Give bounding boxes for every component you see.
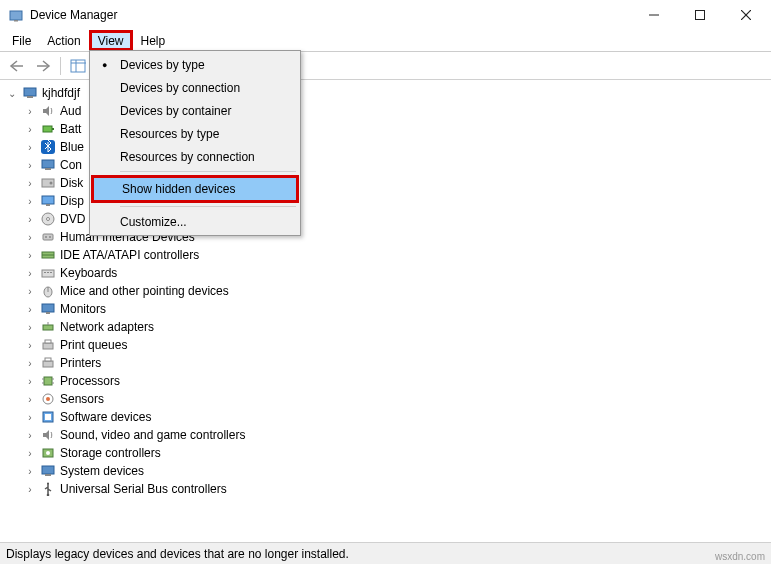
expander-icon[interactable]: › xyxy=(24,124,36,135)
expander-icon[interactable]: › xyxy=(24,484,36,495)
svg-rect-45 xyxy=(44,377,52,385)
menu-devices-by-connection[interactable]: Devices by connection xyxy=(92,76,298,99)
back-button[interactable] xyxy=(6,55,28,77)
toolbar-separator xyxy=(60,57,61,75)
battery-icon xyxy=(40,121,56,137)
show-hide-tree-button[interactable] xyxy=(67,55,89,77)
menu-separator xyxy=(120,171,296,172)
app-icon xyxy=(8,7,24,23)
tree-item[interactable]: ›Mice and other pointing devices xyxy=(6,282,765,300)
menu-resources-by-connection[interactable]: Resources by connection xyxy=(92,145,298,168)
tree-item-label: Network adapters xyxy=(60,320,154,334)
expander-icon[interactable]: › xyxy=(24,142,36,153)
tree-item[interactable]: ›Network adapters xyxy=(6,318,765,336)
ide-icon xyxy=(40,247,56,263)
svg-rect-39 xyxy=(43,325,53,330)
menu-separator xyxy=(120,206,296,207)
expander-icon[interactable]: › xyxy=(24,106,36,117)
printq-icon xyxy=(40,337,56,353)
svg-rect-38 xyxy=(46,312,50,314)
tree-item[interactable]: ›Printers xyxy=(6,354,765,372)
svg-point-25 xyxy=(47,218,50,221)
expander-icon[interactable]: › xyxy=(24,268,36,279)
expander-icon[interactable]: › xyxy=(24,466,36,477)
svg-rect-15 xyxy=(43,126,52,132)
expander-icon[interactable]: › xyxy=(24,358,36,369)
expander-icon[interactable]: › xyxy=(24,232,36,243)
svg-rect-57 xyxy=(45,474,51,476)
svg-point-55 xyxy=(46,451,50,455)
tree-item-label: Aud xyxy=(60,104,81,118)
expander-icon[interactable]: › xyxy=(24,448,36,459)
forward-button[interactable] xyxy=(32,55,54,77)
tree-item[interactable]: ›Universal Serial Bus controllers xyxy=(6,480,765,498)
tree-item-label: Sound, video and game controllers xyxy=(60,428,245,442)
tree-item-label: Mice and other pointing devices xyxy=(60,284,229,298)
tree-item[interactable]: ›Print queues xyxy=(6,336,765,354)
expander-icon[interactable]: › xyxy=(24,322,36,333)
tree-item-label: System devices xyxy=(60,464,144,478)
svg-rect-14 xyxy=(27,96,33,98)
svg-rect-16 xyxy=(52,128,54,130)
expander-icon[interactable]: › xyxy=(24,196,36,207)
tree-item[interactable]: ›Sensors xyxy=(6,390,765,408)
minimize-button[interactable] xyxy=(631,0,677,30)
close-button[interactable] xyxy=(723,0,769,30)
menu-label: Devices by type xyxy=(120,58,205,72)
expander-icon[interactable]: › xyxy=(24,430,36,441)
menu-label: Resources by connection xyxy=(120,150,255,164)
expander-icon[interactable]: › xyxy=(24,178,36,189)
expander-icon[interactable]: › xyxy=(24,304,36,315)
expander-icon[interactable]: › xyxy=(24,214,36,225)
expander-icon[interactable]: › xyxy=(24,286,36,297)
svg-rect-1 xyxy=(14,20,18,22)
tree-item-label: Printers xyxy=(60,356,101,370)
menu-customize[interactable]: Customize... xyxy=(92,210,298,233)
tree-item[interactable]: ›Software devices xyxy=(6,408,765,426)
tree-item-label: Software devices xyxy=(60,410,151,424)
menu-help[interactable]: Help xyxy=(133,30,174,51)
tree-item[interactable]: ›Sound, video and game controllers xyxy=(6,426,765,444)
svg-point-51 xyxy=(46,397,50,401)
tree-item[interactable]: ›IDE ATA/ATAPI controllers xyxy=(6,246,765,264)
tree-item[interactable]: ›Processors xyxy=(6,372,765,390)
keyboard-icon xyxy=(40,265,56,281)
expander-icon[interactable]: › xyxy=(24,376,36,387)
menu-resources-by-type[interactable]: Resources by type xyxy=(92,122,298,145)
expander-icon[interactable]: › xyxy=(24,250,36,261)
menu-action[interactable]: Action xyxy=(39,30,88,51)
svg-rect-8 xyxy=(71,60,85,72)
mouse-icon xyxy=(40,283,56,299)
highlight-annotation: Show hidden devices xyxy=(91,175,299,203)
tree-item[interactable]: ›Monitors xyxy=(6,300,765,318)
expander-icon[interactable]: ⌄ xyxy=(6,88,18,99)
menu-file[interactable]: File xyxy=(4,30,39,51)
svg-rect-43 xyxy=(43,361,53,367)
software-icon xyxy=(40,409,56,425)
svg-rect-42 xyxy=(45,340,51,343)
display-icon xyxy=(40,193,56,209)
menu-label: Resources by type xyxy=(120,127,219,141)
menu-show-hidden-devices[interactable]: Show hidden devices xyxy=(94,178,296,200)
monitor-icon xyxy=(40,301,56,317)
menu-devices-by-type[interactable]: ●Devices by type xyxy=(92,53,298,76)
expander-icon[interactable]: › xyxy=(24,160,36,171)
menu-view[interactable]: View xyxy=(89,30,133,51)
maximize-button[interactable] xyxy=(677,0,723,30)
expander-icon[interactable]: › xyxy=(24,412,36,423)
svg-rect-41 xyxy=(43,343,53,349)
tree-item[interactable]: ›Storage controllers xyxy=(6,444,765,462)
expander-icon[interactable]: › xyxy=(24,340,36,351)
menu-label: Devices by connection xyxy=(120,81,240,95)
tree-item-label: Batt xyxy=(60,122,81,136)
svg-rect-33 xyxy=(47,272,49,273)
svg-rect-3 xyxy=(696,11,705,20)
svg-rect-0 xyxy=(10,11,22,20)
menu-devices-by-container[interactable]: Devices by container xyxy=(92,99,298,122)
status-text: Displays legacy devices and devices that… xyxy=(6,547,349,561)
tree-item[interactable]: ›System devices xyxy=(6,462,765,480)
expander-icon[interactable]: › xyxy=(24,394,36,405)
svg-rect-37 xyxy=(42,304,54,312)
svg-rect-31 xyxy=(42,270,54,277)
tree-item[interactable]: ›Keyboards xyxy=(6,264,765,282)
